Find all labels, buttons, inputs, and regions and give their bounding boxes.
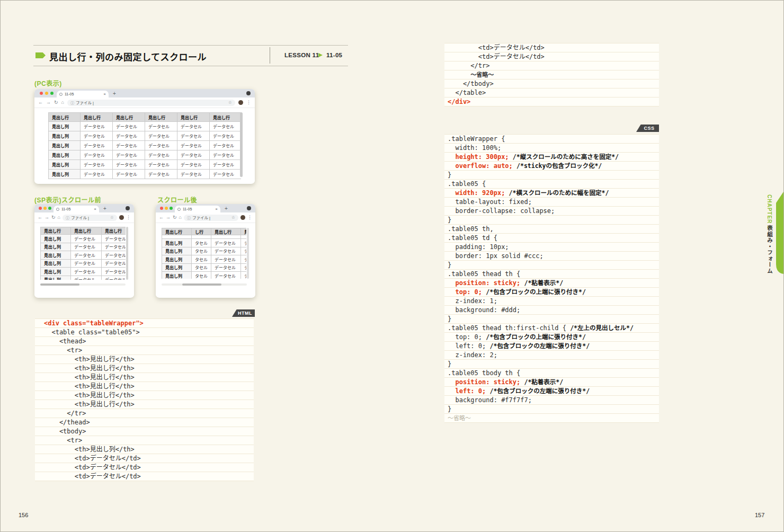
table-row: 見出し列データセルデータセル <box>41 251 126 260</box>
table-row: 見出し列タセルデータセルデ <box>162 255 247 264</box>
data-cell: データセル <box>71 276 102 280</box>
data-cell: データセル <box>145 122 177 131</box>
code-line: left: 0; /*包含ブロックの左端に張り付き*/ <box>444 387 659 396</box>
label-pc-view: (PC表示) <box>34 78 62 87</box>
browser-toolbar: ← → ↻ ⌂ ⓘ ファイル | ☆ ⋮ <box>34 97 255 108</box>
reload-icon: ↻ <box>173 215 177 220</box>
chapter-label: CHAPTER 3 <box>767 194 772 229</box>
code-line: z-index: 1; <box>444 297 659 306</box>
data-cell: データセル <box>71 251 102 260</box>
data-cell: データセル <box>113 122 145 131</box>
header-cell: 見出し行 <box>102 227 126 235</box>
vertical-scrollbar <box>240 112 243 177</box>
home-icon: ⌂ <box>179 215 182 220</box>
tab-title: 11-05 <box>65 92 101 96</box>
header-cell: 見出し行 <box>81 113 113 122</box>
code-line: border: 1px solid #ccc; <box>444 252 659 261</box>
browser-window-pc: 11-05 × + ← → ↻ ⌂ ⓘ ファイル | ☆ ⋮ 見出し行見出し行見… <box>34 89 255 184</box>
code-line: <th>見出し行</th> <box>35 391 254 400</box>
demo-table-sp-after: 見出し行し行見出し行見見出し列タセルデータセルデ見出し列タセルデータセルデ見出し… <box>162 228 246 279</box>
code-line: border-collapse: collapse; <box>444 207 659 216</box>
data-cell: データセル <box>177 141 210 150</box>
code-line: .table05 thead th { <box>444 270 659 279</box>
tab-close-icon: × <box>103 92 106 96</box>
code-line: padding: 10px; <box>444 243 659 252</box>
header-cell: 見 <box>241 228 247 235</box>
header-cell: 見出し行 <box>162 228 192 235</box>
avatar <box>238 100 243 105</box>
browser-toolbar: ← → ↻ ⌂ ⓘ ファイル | ☆ ⋮ <box>34 212 134 223</box>
data-cell: データセル <box>113 170 145 179</box>
data-cell: データセル <box>177 150 210 160</box>
address-bar: ⓘ ファイル | ☆ <box>67 100 235 106</box>
table-row: 見出し列データセルデータセルデータセルデータセルデータセル <box>49 160 242 170</box>
title-arrow-icon <box>35 52 46 58</box>
code-line: <tbody> <box>35 427 254 436</box>
row-header-cell: 見出し列 <box>49 170 81 179</box>
back-icon: ← <box>38 100 43 105</box>
row-header-cell: 見出し列 <box>41 251 71 260</box>
table-row: 見出し列タセルデータセルデ <box>162 272 247 279</box>
header-cell: 見出し行 <box>177 113 210 122</box>
code-line: <td>データセル</td> <box>444 52 659 61</box>
table-row: 見出し列データセルデータセル <box>41 235 126 243</box>
data-cell: データセル <box>145 160 177 170</box>
reload-icon: ↻ <box>54 100 58 105</box>
header-cell: し行 <box>192 228 211 235</box>
info-icon: ⓘ <box>70 100 74 105</box>
code-line: </tr> <box>35 409 254 418</box>
table-wrapper-demo: 見出し行見出し行見出し行見出し行見出し行見出し行見出し列データセルデータセルデー… <box>48 112 241 179</box>
table-row: 見出し列データセルデータセル <box>41 243 126 251</box>
table-row: 見出し列データセルデータセルデータセルデータセルデータセル <box>49 170 242 179</box>
code-line: top: 0; /*包含ブロックの上端に張り付き*/ <box>444 288 659 297</box>
data-cell: データセル <box>145 150 177 160</box>
forward-icon: → <box>46 100 51 105</box>
menu-icon: ⋮ <box>126 215 131 220</box>
url-text: ファイル | <box>71 215 109 220</box>
header-cell: 見出し行 <box>210 113 242 122</box>
lesson-arrow-icon <box>318 53 323 57</box>
page-number-left: 156 <box>19 512 28 518</box>
row-header-cell: 見出し列 <box>162 255 192 264</box>
code-line: </thead> <box>35 418 254 427</box>
data-cell: データセル <box>211 272 241 279</box>
data-cell: データセル <box>81 122 113 131</box>
table-header-row: 見出し行見出し行見出し行見出し行見出し行見出し行 <box>49 113 242 122</box>
css-tag: CSS <box>636 125 659 132</box>
html-code-block: <div class="tableWrapper"> <table class=… <box>35 318 254 481</box>
data-cell: データセル <box>211 239 241 247</box>
code-line: </tbody> <box>444 79 659 88</box>
label-sp-before: (SP表示)スクロール前 <box>34 195 101 204</box>
demo-table-pc: 見出し行見出し行見出し行見出し行見出し行見出し行見出し列データセルデータセルデー… <box>48 112 241 179</box>
page-number-right: 157 <box>755 512 764 518</box>
table-row: 見出し列データセルデータセル <box>41 259 126 268</box>
data-cell: データセル <box>177 131 210 141</box>
code-line: } <box>444 171 659 180</box>
row-header-cell: 見出し列 <box>41 276 71 280</box>
css-code-block: .tableWrapper { width: 100%; height: 300… <box>444 134 659 423</box>
data-cell: データセル <box>81 160 113 170</box>
code-line: <td>データセル</td> <box>35 454 254 463</box>
url-text: ファイル | <box>76 100 227 105</box>
tab-strip: 11-05 × + <box>34 204 134 212</box>
browser-tab: 11-05 × <box>57 91 109 97</box>
code-line: <tr> <box>35 436 254 445</box>
data-cell: データセル <box>210 150 242 160</box>
data-cell: データセル <box>102 235 126 243</box>
row-header-cell: 見出し列 <box>162 272 192 279</box>
browser-window-sp-after: 11-05 × + ← → ↻ ⌂ ⓘ ファイル | ☆ ⋮ 見出し行し行見出し… <box>156 204 255 298</box>
data-cell: データセル <box>71 243 102 251</box>
new-tab-icon: + <box>113 91 116 96</box>
data-cell: データセル <box>81 170 113 179</box>
row-header-cell: 見出し列 <box>162 263 192 272</box>
data-cell: タセル <box>192 239 211 247</box>
data-cell: データセル <box>81 141 113 150</box>
table-wrapper-demo: 見出し行し行見出し行見見出し列タセルデータセルデ見出し列タセルデータセルデ見出し… <box>162 228 246 279</box>
table-wrapper-demo: 見出し行見出し行見出し行見出し列データセルデータセル見出し列データセルデータセル… <box>40 227 126 280</box>
traffic-light-close-icon <box>39 207 42 210</box>
data-cell: デ <box>241 272 247 279</box>
code-line: .table05 thead th:first-child { /*左上の見出し… <box>444 324 659 333</box>
table-row: 見出し列タセルデータセルデ <box>162 247 247 255</box>
data-cell: データセル <box>210 131 242 141</box>
code-line: z-index: 2; <box>444 351 659 360</box>
